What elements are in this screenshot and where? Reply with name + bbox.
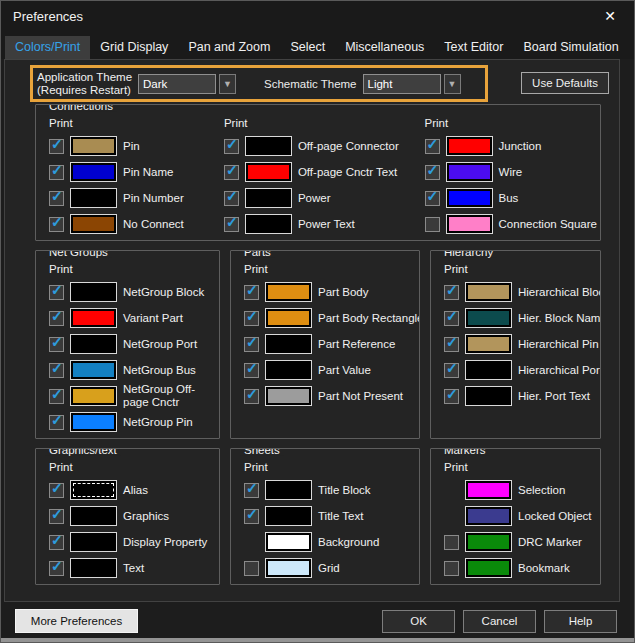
color-swatch[interactable] <box>446 162 493 182</box>
color-swatch[interactable] <box>245 162 292 182</box>
color-swatch[interactable] <box>446 136 493 156</box>
chevron-down-icon[interactable]: ▼ <box>444 74 461 94</box>
print-checkbox[interactable]: ✓ <box>49 363 64 378</box>
print-checkbox[interactable]: ✓ <box>49 483 64 498</box>
tab-pan-and-zoom[interactable]: Pan and Zoom <box>178 36 280 59</box>
color-swatch[interactable] <box>245 136 292 156</box>
print-checkbox[interactable]: ✓ <box>425 139 440 154</box>
color-swatch[interactable] <box>70 532 117 552</box>
print-checkbox[interactable]: ✓ <box>49 535 64 550</box>
color-swatch[interactable] <box>70 412 117 432</box>
application-theme-dropdown[interactable]: Dark ▼ <box>138 74 236 94</box>
color-swatch[interactable] <box>465 558 512 578</box>
print-checkbox[interactable]: ✓ <box>444 363 459 378</box>
print-checkbox[interactable]: ✓ <box>224 139 239 154</box>
print-checkbox[interactable]: ✓ <box>244 285 259 300</box>
color-swatch[interactable] <box>245 188 292 208</box>
color-swatch[interactable] <box>70 386 117 406</box>
print-checkbox[interactable]: ✓ <box>224 217 239 232</box>
help-button[interactable]: Help <box>544 610 617 633</box>
color-swatch[interactable] <box>465 386 512 406</box>
ok-button[interactable]: OK <box>382 610 455 633</box>
close-icon[interactable]: ✕ <box>598 6 622 26</box>
color-swatch[interactable] <box>70 558 117 578</box>
print-checkbox[interactable]: ✓ <box>244 337 259 352</box>
color-swatch[interactable] <box>70 162 117 182</box>
color-swatch[interactable] <box>265 506 312 526</box>
color-swatch[interactable] <box>265 308 312 328</box>
print-checkbox[interactable]: ✓ <box>49 139 64 154</box>
color-swatch[interactable] <box>465 308 512 328</box>
schematic-theme-value[interactable]: Light <box>363 74 441 94</box>
tab-grid-display[interactable]: Grid Display <box>90 36 178 59</box>
color-swatch[interactable] <box>70 282 117 302</box>
print-checkbox[interactable]: ✓ <box>425 165 440 180</box>
print-checkbox[interactable]: ✓ <box>49 165 64 180</box>
print-checkbox[interactable] <box>425 217 440 232</box>
print-checkbox[interactable] <box>444 535 459 550</box>
cancel-button[interactable]: Cancel <box>463 610 536 633</box>
tab-text-editor[interactable]: Text Editor <box>434 36 513 59</box>
print-checkbox[interactable]: ✓ <box>425 191 440 206</box>
print-checkbox[interactable]: ✓ <box>49 561 64 576</box>
color-swatch[interactable] <box>465 506 512 526</box>
color-swatch[interactable] <box>265 282 312 302</box>
schematic-theme-dropdown[interactable]: Light ▼ <box>363 74 461 94</box>
color-swatch[interactable] <box>265 386 312 406</box>
print-checkbox[interactable]: ✓ <box>444 389 459 404</box>
color-swatch[interactable] <box>70 334 117 354</box>
print-checkbox[interactable]: ✓ <box>49 285 64 300</box>
print-checkbox[interactable]: ✓ <box>444 311 459 326</box>
color-swatch[interactable] <box>446 188 493 208</box>
color-swatch[interactable] <box>265 334 312 354</box>
print-checkbox[interactable]: ✓ <box>244 363 259 378</box>
print-checkbox[interactable]: ✓ <box>49 337 64 352</box>
color-swatch[interactable] <box>265 532 312 552</box>
color-swatch[interactable] <box>265 558 312 578</box>
application-theme-value[interactable]: Dark <box>138 74 216 94</box>
color-swatch[interactable] <box>245 214 292 234</box>
tab-miscellaneous[interactable]: Miscellaneous <box>335 36 434 59</box>
color-swatch[interactable] <box>70 360 117 380</box>
color-swatch[interactable] <box>70 480 117 500</box>
print-checkbox[interactable]: ✓ <box>224 191 239 206</box>
print-checkbox[interactable]: ✓ <box>49 217 64 232</box>
color-swatch[interactable] <box>465 360 512 380</box>
color-swatch[interactable] <box>70 136 117 156</box>
print-checkbox[interactable]: ✓ <box>49 311 64 326</box>
color-swatch[interactable] <box>465 532 512 552</box>
print-checkbox[interactable]: ✓ <box>49 509 64 524</box>
print-checkbox[interactable] <box>444 561 459 576</box>
tab-colors-print[interactable]: Colors/Print <box>5 36 90 59</box>
more-preferences-button[interactable]: More Preferences <box>15 609 138 633</box>
print-checkbox[interactable]: ✓ <box>244 509 259 524</box>
color-swatch[interactable] <box>70 506 117 526</box>
check-icon: ✓ <box>446 360 458 376</box>
color-swatch[interactable] <box>465 334 512 354</box>
print-checkbox[interactable] <box>244 561 259 576</box>
color-swatch[interactable] <box>265 360 312 380</box>
color-swatch[interactable] <box>70 308 117 328</box>
print-checkbox[interactable]: ✓ <box>49 415 64 430</box>
color-swatch[interactable] <box>465 282 512 302</box>
print-checkbox[interactable]: ✓ <box>244 389 259 404</box>
print-checkbox[interactable]: ✓ <box>244 311 259 326</box>
color-swatch[interactable] <box>446 214 493 234</box>
color-swatch[interactable] <box>465 480 512 500</box>
color-swatch[interactable] <box>70 188 117 208</box>
tab-select[interactable]: Select <box>280 36 335 59</box>
tab-board-simulation[interactable]: Board Simulation <box>513 36 628 59</box>
color-swatch[interactable] <box>70 214 117 234</box>
color-row-hierarchical-pin: ✓Hierarchical Pin <box>444 331 601 357</box>
print-column-label: Print <box>425 117 597 132</box>
print-checkbox[interactable]: ✓ <box>224 165 239 180</box>
print-checkbox[interactable]: ✓ <box>49 389 64 404</box>
swatch-fill <box>468 311 509 325</box>
print-checkbox[interactable]: ✓ <box>444 337 459 352</box>
chevron-down-icon[interactable]: ▼ <box>219 74 236 94</box>
color-swatch[interactable] <box>265 480 312 500</box>
print-checkbox[interactable]: ✓ <box>49 191 64 206</box>
print-checkbox[interactable]: ✓ <box>244 483 259 498</box>
print-checkbox[interactable]: ✓ <box>444 285 459 300</box>
use-defaults-button[interactable]: Use Defaults <box>521 72 609 94</box>
